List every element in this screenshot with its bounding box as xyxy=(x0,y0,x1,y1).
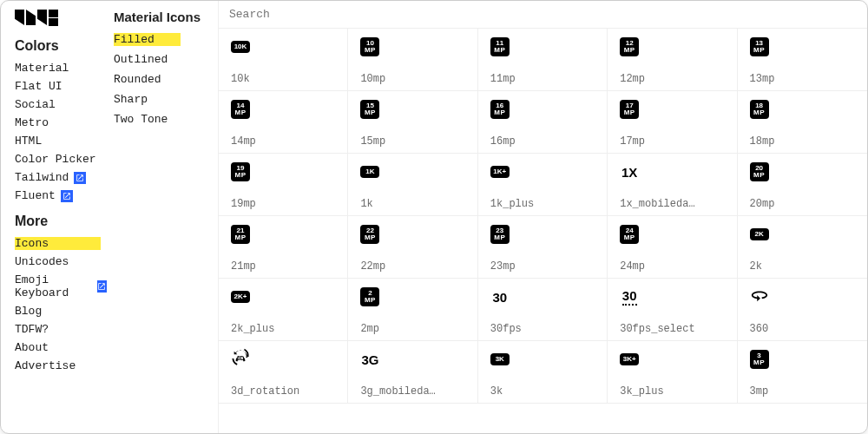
icon-label: 1k_plus xyxy=(490,198,595,210)
sidebar-item-metro[interactable]: Metro xyxy=(15,114,107,132)
sidebar-item-fluent[interactable]: Fluent xyxy=(15,187,107,205)
21mp-icon: 21MP xyxy=(231,225,250,244)
icon-label: 3k_plus xyxy=(620,385,724,398)
icon-grid-scroll[interactable]: 10K10k10MP10mp11MP11mp12MP12mp13MP13mp14… xyxy=(219,28,867,433)
icon-cell-2mp[interactable]: 2MP2mp xyxy=(348,279,477,341)
icon-cell-3k-plus[interactable]: 3K+3k_plus xyxy=(608,341,737,404)
icon-label: 24mp xyxy=(620,260,724,273)
icon-cell-10mp[interactable]: 10MP10mp xyxy=(348,29,477,91)
sidebar-item-label: Blog xyxy=(15,305,42,318)
sidebar-item-social[interactable]: Social xyxy=(15,95,107,114)
icon-cell-19mp[interactable]: 19MP19mp xyxy=(219,154,348,216)
icon-cell-30fps[interactable]: 3030fps xyxy=(478,279,608,341)
sidebar-item-flat-ui[interactable]: Flat UI xyxy=(15,77,107,95)
sidebar-item-icons[interactable]: Icons xyxy=(15,234,107,253)
sidebar-item-blog[interactable]: Blog xyxy=(15,302,107,320)
icon-cell-24mp[interactable]: 24MP24mp xyxy=(608,216,737,279)
icon-cell-21mp[interactable]: 21MP21mp xyxy=(219,216,348,279)
icon-label: 17mp xyxy=(620,135,724,148)
sidebar-item-label: About xyxy=(15,341,49,354)
icon-label: 19mp xyxy=(231,198,335,210)
icon-cell-3d-rotation[interactable]: 3D3d_rotation xyxy=(219,341,348,404)
30fps-icon: 30 xyxy=(490,287,510,306)
colors-list: MaterialFlat UISocialMetroHTMLColor Pick… xyxy=(15,59,107,205)
icon-label: 13mp xyxy=(750,73,855,85)
sidebar-item-unicodes[interactable]: Unicodes xyxy=(15,253,107,271)
icon-cell-3k[interactable]: 3K3k xyxy=(478,341,608,404)
icon-label: 21mp xyxy=(231,260,335,273)
icon-cell-15mp[interactable]: 15MP15mp xyxy=(348,91,477,154)
sidebar-item-about[interactable]: About xyxy=(15,339,107,357)
external-link-icon xyxy=(74,172,86,184)
styles-header: Material Icons xyxy=(114,10,211,24)
icon-cell-1k-plus[interactable]: 1K+1k_plus xyxy=(478,154,608,216)
sidebar-item-tdfw-[interactable]: TDFW? xyxy=(15,320,107,339)
icon-cell-2k[interactable]: 2K2k xyxy=(738,216,867,279)
sidebar-item-emoji-keyboard[interactable]: Emoji Keyboard xyxy=(15,271,107,302)
icon-cell-11mp[interactable]: 11MP11mp xyxy=(478,29,608,91)
icon-cell-13mp[interactable]: 13MP13mp xyxy=(738,29,867,91)
search-input[interactable] xyxy=(229,8,857,21)
sidebar-item-tailwind[interactable]: Tailwind xyxy=(15,168,107,187)
icon-cell-17mp[interactable]: 17MP17mp xyxy=(608,91,737,154)
icon-cell-3mp[interactable]: 3MP3mp xyxy=(738,341,867,404)
main-panel: 10K10k10MP10mp11MP11mp12MP12mp13MP13mp14… xyxy=(218,1,867,433)
icon-label: 3k xyxy=(490,385,595,398)
icon-cell-3g-mobileda-[interactable]: 3G3g_mobileda… xyxy=(348,341,477,404)
icon-cell-2k-plus[interactable]: 2K+2k_plus xyxy=(219,279,348,341)
3k-icon: 3K xyxy=(490,350,510,369)
sidebar-item-label: Tailwind xyxy=(15,171,69,184)
style-label: Rounded xyxy=(114,73,161,86)
icon-label: 30fps xyxy=(490,323,595,335)
10mp-icon: 10MP xyxy=(360,37,379,56)
style-filled[interactable]: Filled xyxy=(114,30,211,49)
3g_mobileda…-icon: 3G xyxy=(360,350,379,369)
1k_plus-icon: 1K+ xyxy=(490,162,510,181)
sidebar-item-advertise[interactable]: Advertise xyxy=(15,357,107,375)
16mp-icon: 16MP xyxy=(490,100,510,119)
sidebar-item-label: HTML xyxy=(15,135,42,148)
icon-cell-360[interactable]: 360 xyxy=(738,279,867,341)
icon-cell-10k[interactable]: 10K10k xyxy=(219,29,348,91)
icon-cell-1x-mobileda-[interactable]: 1X1x_mobileda… xyxy=(608,154,737,216)
sidebar-item-color-picker[interactable]: Color Picker xyxy=(15,150,107,168)
1k-icon: 1K xyxy=(360,162,379,181)
1x_mobileda…-icon: 1X xyxy=(620,162,639,181)
sidebar-item-label: Social xyxy=(15,98,56,111)
2k_plus-icon: 2K+ xyxy=(231,287,250,306)
icon-label: 3mp xyxy=(750,385,855,398)
style-rounded[interactable]: Rounded xyxy=(114,69,211,89)
icon-label: 1k xyxy=(360,198,464,210)
style-label: Sharp xyxy=(114,93,148,106)
search-wrap xyxy=(219,1,867,28)
sidebar-item-material[interactable]: Material xyxy=(15,59,107,77)
icon-cell-18mp[interactable]: 18MP18mp xyxy=(738,91,867,154)
icon-cell-16mp[interactable]: 16MP16mp xyxy=(478,91,608,154)
style-two-tone[interactable]: Two Tone xyxy=(114,109,211,129)
style-list: FilledOutlinedRoundedSharpTwo Tone xyxy=(114,30,211,129)
icon-cell-22mp[interactable]: 22MP22mp xyxy=(348,216,477,279)
icon-cell-30fps-select[interactable]: 3030fps_select xyxy=(608,279,737,341)
style-outlined[interactable]: Outlined xyxy=(114,49,211,69)
icon-grid: 10K10k10MP10mp11MP11mp12MP12mp13MP13mp14… xyxy=(219,29,867,404)
icon-label: 14mp xyxy=(231,135,335,148)
style-label: Filled xyxy=(114,33,181,46)
icon-label: 2k_plus xyxy=(231,323,335,335)
icon-label: 20mp xyxy=(750,198,855,210)
icon-cell-14mp[interactable]: 14MP14mp xyxy=(219,91,348,154)
icon-label: 23mp xyxy=(490,260,595,273)
icon-cell-23mp[interactable]: 23MP23mp xyxy=(478,216,608,279)
12mp-icon: 12MP xyxy=(620,37,639,56)
style-sharp[interactable]: Sharp xyxy=(114,89,211,109)
sidebar-item-label: Icons xyxy=(15,237,101,250)
logo[interactable] xyxy=(15,10,107,26)
sidebar-item-html[interactable]: HTML xyxy=(15,132,107,150)
icon-cell-12mp[interactable]: 12MP12mp xyxy=(608,29,737,91)
2k-icon: 2K xyxy=(750,225,769,244)
sidebar-item-label: Emoji Keyboard xyxy=(15,273,92,299)
sidebar-item-label: Advertise xyxy=(15,359,76,372)
icon-cell-20mp[interactable]: 20MP20mp xyxy=(738,154,867,216)
icon-label: 360 xyxy=(750,323,855,335)
icon-cell-1k[interactable]: 1K1k xyxy=(348,154,477,216)
colors-header: Colors xyxy=(15,38,107,54)
